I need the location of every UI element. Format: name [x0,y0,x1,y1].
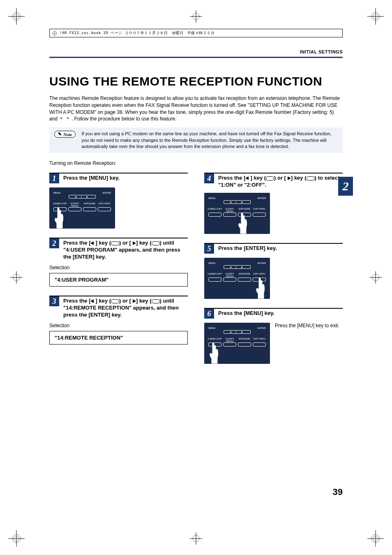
crop-mark-icon [188,530,204,547]
header-section: INITIAL SETTINGS [49,49,343,54]
step-number: 5 [204,244,214,254]
step-number: 2 [49,238,59,248]
step-5: 5 Press the [ENTER] key. MENUENTER ◄ | ►… [204,243,343,299]
crop-mark-icon [188,8,204,25]
crop-mark-icon [8,269,25,286]
svg-rect-35 [266,176,274,180]
crop-mark-icon [367,269,384,286]
section-label: Turning on Remote Reception: [49,160,343,166]
hand-icon [51,206,66,229]
selection-label: Selection [49,323,188,328]
oval-key-icon [152,241,160,245]
chapter-tab: 2 [338,177,353,196]
control-panel-illustration: MENUENTER ◄ | ► 2-SIDED COPYE-SORT/ SP.F… [204,258,270,299]
svg-rect-36 [307,176,314,180]
svg-rect-33 [111,299,119,303]
target-icon [52,31,57,36]
control-panel-illustration: MENUENTER ◄ | ► 2-SIDED COPYE-SORT/ SP.F… [204,323,270,364]
crop-mark-icon [367,530,384,547]
svg-rect-32 [152,241,159,245]
left-arrow-icon [90,299,95,303]
step-number: 4 [204,173,214,183]
step-3: 3 Press the [] key () or [] key () until… [49,296,188,345]
left-arrow-icon [90,241,95,245]
step-1: 1 Press the [MENU] key. MENUENTER ◄ | ► … [49,173,188,229]
crop-mark-icon [8,8,25,25]
step-4: 4 Press the [] key () or [] key () to se… [204,173,343,234]
step-aux-text: Press the [MENU] key to exit. [275,323,339,329]
display-readout: "14:REMOTE RECEPTION" [49,331,188,345]
control-panel-illustration: MENUENTER ◄ | ► 2-SIDED COPYE-SORT/ SP.F… [49,187,115,229]
step-number: 6 [204,309,214,319]
source-meta: !AR-FX13_sec.book 39 ページ ２００７年１１月２８日 水曜日… [49,29,343,37]
crop-mark-icon [367,8,384,25]
oval-key-icon [111,241,119,245]
selection-label: Selection [49,265,188,271]
oval-key-icon [111,299,119,303]
note-text: If you are not using a PC modem on the s… [81,131,338,150]
source-line-text: !AR-FX13_sec.book 39 ページ ２００７年１１月２８日 水曜日… [60,30,214,36]
right-arrow-icon [131,241,136,245]
note-label: Note [63,132,72,137]
page-title: USING THE REMOTE RECEPTION FUNCTION [49,74,343,88]
display-readout: "4:USER PROGRAM" [49,273,188,287]
step-title: Press the [MENU] key. [218,309,274,317]
pencil-icon: ✎ [58,132,62,137]
header-rule [49,57,343,58]
oval-key-icon [266,176,274,180]
note-box: ✎ Note If you are not using a PC modem o… [49,127,343,153]
crop-mark-icon [8,530,25,547]
step-title: Press the [ENTER] key. [218,244,277,252]
step-title: Press the [] key () or [] key () until "… [63,296,188,319]
intro-paragraph: The machines Remote Reception feature is… [49,95,343,123]
step-2: 2 Press the [] key () or [] key () until… [49,238,188,287]
hand-icon [235,211,249,234]
step-title: Press the [MENU] key. [63,173,120,182]
oval-key-icon [307,176,315,180]
step-title: Press the [] key () or [] key () until "… [63,238,188,261]
page-number: 39 [333,487,343,497]
step-title: Press the [] key () or [] key () to sele… [218,173,343,189]
hand-icon [253,276,267,299]
step-6: 6 Press the [MENU] key. MENUENTER ◄ | ► … [204,308,343,364]
right-arrow-icon [286,176,291,180]
svg-rect-34 [152,299,159,303]
step-number: 1 [49,173,59,183]
note-badge: ✎ Note [54,131,76,138]
oval-key-icon [152,299,160,303]
right-arrow-icon [131,299,136,303]
hand-icon [206,341,221,364]
step-number: 3 [49,296,59,306]
left-arrow-icon [245,176,250,180]
control-panel-illustration: MENUENTER ◄ | ► 2-SIDED COPYE-SORT/ SP.F… [204,193,270,234]
svg-rect-31 [111,241,119,245]
